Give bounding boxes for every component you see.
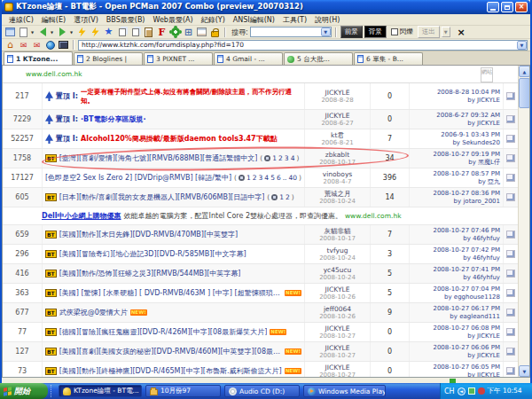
mail-block-icon[interactable]: ✉	[18, 40, 29, 51]
lastpost-author-link[interactable]: by JICKYLE	[467, 97, 500, 105]
lastpost-author-link[interactable]: by eagleand111	[450, 313, 500, 321]
bookmark-icon[interactable]: ★	[103, 27, 114, 37]
thread-title-link[interactable]: 一定要有種子附件型式上傳.如沒有將會關閉/刪除該主題，而不作另行通知。	[81, 88, 301, 106]
author-link[interactable]: JICKYLE	[325, 112, 350, 120]
goto-lastpost-icon[interactable]	[506, 154, 515, 162]
author-link[interactable]: vinoboys	[323, 170, 353, 178]
page-link[interactable]: 4	[264, 174, 269, 182]
goto-lastpost-icon[interactable]	[506, 348, 515, 356]
settings-gear-icon[interactable]	[169, 27, 181, 37]
author-link[interactable]: JICKYLE	[325, 344, 350, 352]
search-dropdown-icon[interactable]: ▼	[321, 27, 331, 36]
page-link[interactable]: 2	[278, 154, 283, 162]
top-ad-url-link[interactable]: www.dell.com.hk	[26, 70, 82, 78]
menu-item[interactable]: 紀錄(Y)	[198, 15, 229, 25]
globe-icon[interactable]	[44, 40, 56, 51]
goto-lastpost-icon[interactable]	[506, 92, 515, 100]
page-link[interactable]: 1	[246, 174, 251, 182]
menu-item[interactable]: BBS最愛(B)	[103, 15, 149, 25]
taskbar-task-button[interactable]: 10月份97	[145, 385, 221, 397]
menu-item[interactable]: 編輯(E)	[38, 15, 69, 25]
window-list-icon[interactable]	[4, 27, 16, 37]
home-icon[interactable]: ⌂	[4, 40, 16, 51]
author-link[interactable]: 灰貓非貓	[325, 227, 351, 235]
menu-item[interactable]: 連線(C)	[5, 15, 37, 25]
send-button[interactable]: 送出	[418, 26, 440, 38]
lastpost-author-link[interactable]: by Sekundes20	[452, 139, 500, 147]
vertical-scrollbar[interactable]: ▲ ▼	[518, 66, 529, 377]
author-link[interactable]: JICKYLE	[325, 286, 350, 293]
page-link[interactable]: 1	[272, 154, 277, 162]
browser-tab[interactable]: 1 KTzone...	[4, 51, 73, 65]
new-page-dropdown-icon[interactable]: ▼	[31, 30, 35, 35]
author-link[interactable]: 荒城之月	[325, 190, 351, 198]
menu-item[interactable]: 工具(T)	[279, 15, 310, 25]
tray-security-icon[interactable]	[478, 387, 485, 395]
lastpost-author-link[interactable]: by jotaro_2001	[454, 198, 500, 206]
author-link[interactable]: tvfyug	[327, 246, 348, 254]
forward-dropdown-icon[interactable]: ▼	[70, 30, 74, 35]
page-link[interactable]: 3	[285, 154, 289, 162]
close-button[interactable]: ×	[515, 2, 528, 12]
foreground-button[interactable]: 前景	[340, 26, 363, 38]
goto-lastpost-icon[interactable]	[506, 250, 515, 258]
tray-app-icon[interactable]	[468, 387, 475, 395]
author-link[interactable]: yc45ucu	[324, 266, 352, 274]
scroll-up-icon[interactable]: ▲	[519, 66, 530, 77]
browser-tab[interactable]: 5 台大批...	[284, 52, 353, 65]
thread-title-link[interactable]: [臺灣][喜劇/愛情][海角七號][RMVB/688MB][普通話繁體中文]	[59, 153, 258, 163]
thread-title-link[interactable]: [美國][冒險奇幻][地心遊記3D][DVD-R/585MB][中文字幕]	[59, 249, 246, 259]
scroll-down-icon[interactable]: ▼	[519, 365, 530, 377]
browser-tab[interactable]: 4 Gmail - ...	[214, 52, 283, 65]
taskbar-task-button[interactable]: KTzone論壇 - BT電...	[59, 385, 142, 397]
page-link[interactable]: 3	[259, 174, 263, 182]
lastpost-author-link[interactable]: by 46fyhfuy	[463, 235, 500, 243]
page-link[interactable]: 1	[279, 193, 284, 201]
goto-lastpost-icon[interactable]	[506, 135, 515, 143]
tray-collapse-icon[interactable]: ◄	[458, 387, 466, 395]
lastpost-author-link[interactable]: by 黑魔L仔	[468, 159, 500, 167]
page-link[interactable]: ..	[283, 174, 287, 182]
goto-lastpost-icon[interactable]	[506, 309, 515, 317]
disconnect-icon[interactable]	[76, 27, 88, 37]
minimize-button[interactable]	[487, 2, 499, 12]
lastpost-author-link[interactable]: by 亞九	[478, 178, 500, 186]
author-link[interactable]: JICKYLE	[325, 325, 350, 332]
background-button[interactable]: 背景	[364, 26, 387, 38]
menu-item[interactable]: 選項(V)	[70, 15, 102, 25]
desktop-icon[interactable]	[58, 40, 69, 51]
goto-lastpost-icon[interactable]	[506, 328, 515, 336]
goto-lastpost-icon[interactable]	[506, 289, 515, 297]
thread-title-link[interactable]: [日本][動作/喜劇][我的女友是機器人][RMVB/606MB][日語中字]	[59, 192, 265, 202]
send-dropdown-icon[interactable]: ▼	[442, 27, 450, 37]
taskbar-task-button[interactable]: Windows Media Player	[303, 385, 386, 397]
lastpost-author-link[interactable]: by JICKYLE	[467, 120, 500, 128]
browser-tab[interactable]: 6 單集 - B...	[354, 52, 423, 65]
font-icon[interactable]: F	[156, 27, 168, 37]
author-link[interactable]: kt君	[331, 131, 344, 139]
address-dropdown-icon[interactable]: ▼	[517, 41, 527, 50]
goto-lastpost-icon[interactable]	[506, 367, 515, 375]
page-link[interactable]: 40	[288, 174, 297, 182]
browser-tab[interactable]: 2 Bloglines |	[74, 52, 143, 65]
author-link[interactable]: jeff0064	[324, 305, 351, 313]
ad-link[interactable]: Dell中小企網上購物優惠	[42, 211, 121, 221]
lastpost-author-link[interactable]: by egghouse1128	[444, 293, 500, 301]
goto-lastpost-icon[interactable]	[506, 115, 515, 123]
lock-icon[interactable]	[209, 27, 221, 37]
thread-title-link[interactable]: [美國][喜劇][美國女孩的秘密][DVD-RMVB/460M][中英雙字][0…	[59, 347, 282, 356]
blink-checkbox[interactable]	[391, 28, 398, 35]
copy-all-icon[interactable]	[129, 27, 141, 37]
connect-icon[interactable]	[90, 27, 101, 37]
browser-tab[interactable]: 3 PIXNET ...	[144, 52, 213, 65]
address-url[interactable]: http://www.ktzhk.com/forumdisplay.php?fi…	[82, 41, 244, 49]
goto-lastpost-icon[interactable]	[506, 193, 515, 201]
ad-url-link[interactable]: www.dell.com.hk	[345, 212, 402, 220]
paste-icon[interactable]	[143, 27, 154, 37]
author-link[interactable]: JICKYLE	[325, 89, 350, 97]
address-input[interactable]: http://www.ktzhk.com/forumdisplay.php?fi…	[78, 40, 528, 51]
thread-title-link[interactable]: [美國][動作][終極神鷹][DVD-R/465M][中字][布魯斯.威利斯偷盜…	[59, 366, 282, 376]
lastpost-author-link[interactable]: by 46fyhfuy	[463, 274, 500, 282]
page-link[interactable]: 6	[277, 174, 281, 182]
page-link[interactable]: 5	[270, 174, 275, 182]
